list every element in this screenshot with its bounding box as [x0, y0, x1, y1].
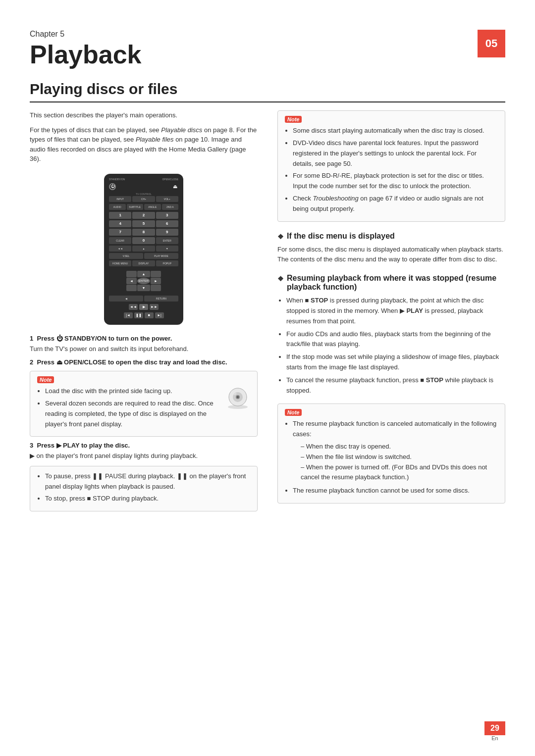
- dpad-right[interactable]: ►: [151, 278, 161, 284]
- num-9[interactable]: 9: [156, 229, 178, 236]
- dpad-enter[interactable]: ENTER: [137, 278, 150, 284]
- right-note-list: Some discs start playing automatically w…: [285, 126, 498, 214]
- note-2-item-1: To pause, press ❚❚ PAUSE during playback…: [45, 471, 250, 492]
- num-6[interactable]: 6: [156, 220, 178, 227]
- stop-btn[interactable]: ■: [145, 312, 154, 318]
- secondary-audio-btn[interactable]: 2ND A: [162, 204, 179, 210]
- num-5[interactable]: 5: [132, 220, 155, 227]
- intro-line1: This section describes the player's main…: [30, 110, 258, 120]
- dpad-empty-bl: [126, 285, 137, 291]
- prev-btn[interactable]: ◀: [109, 296, 143, 302]
- note-3-dash-1: When the disc tray is opened.: [301, 442, 498, 452]
- step-1-heading: 1 Press ⏻ STANDBY/ON to turn on the powe…: [30, 335, 258, 342]
- note-1-item-2: Several dozen seconds are required to re…: [45, 399, 220, 429]
- num-8[interactable]: 8: [132, 229, 155, 236]
- note-3-dash-list: When the disc tray is opened. When the f…: [293, 442, 498, 483]
- video-select-btn[interactable]: V.SEL: [109, 253, 143, 259]
- subtitle-btn[interactable]: SUBTITLE: [127, 204, 144, 210]
- note-3-dash-3: When the power is turned off. (For BDs a…: [301, 462, 498, 483]
- step-3-heading: 3 Press ▶ PLAY to play the disc.: [30, 442, 258, 449]
- eject-button[interactable]: ⏏: [171, 183, 178, 190]
- tv-control-btn2[interactable]: CH+: [132, 196, 155, 202]
- note-3-dash-2: When the file list window is switched.: [301, 452, 498, 462]
- secondary-btn[interactable]: ◄◄: [109, 246, 131, 252]
- resume-item-1: When ■ STOP is pressed during playback, …: [286, 296, 505, 326]
- fwd-btn[interactable]: ►►: [150, 304, 159, 310]
- right-note-icon: Note: [285, 116, 302, 123]
- step-2-heading: 2 Press ⏏ OPEN/CLOSE to open the disc tr…: [30, 358, 258, 366]
- prev-track-btn[interactable]: |◄: [124, 312, 133, 318]
- popup-btn[interactable]: POPUP: [156, 260, 178, 266]
- resume-item-4: To cancel the resume playback function, …: [286, 375, 505, 396]
- pause-btn[interactable]: ❚❚: [134, 312, 143, 318]
- dpad-down[interactable]: ▼: [137, 285, 150, 291]
- step-3: 3 Press ▶ PLAY to play the disc. ▶ on th…: [30, 442, 258, 461]
- note-1-item-1: Load the disc with the printed side faci…: [45, 386, 220, 397]
- page-lang: En: [491, 735, 498, 741]
- diamond-icon-1: ❖: [277, 233, 284, 241]
- step-2: 2 Press ⏏ OPEN/CLOSE to open the disc tr…: [30, 358, 258, 366]
- note-2-list: To pause, press ❚❚ PAUSE during playback…: [37, 471, 250, 504]
- note-1-list: Load the disc with the printed side faci…: [37, 386, 220, 431]
- angle-btn[interactable]: ANGLE: [144, 204, 161, 210]
- play-btn[interactable]: ▶: [139, 304, 148, 310]
- svg-point-4: [237, 396, 239, 398]
- output-btn[interactable]: ▲: [132, 246, 155, 252]
- right-note-box: Note Some discs start playing automatica…: [277, 110, 505, 221]
- intro-line2: For the types of discs that can be playe…: [30, 125, 258, 164]
- clear-btn[interactable]: CLEAR: [109, 237, 131, 244]
- num-0[interactable]: 0: [132, 237, 155, 244]
- home-menu-btn[interactable]: HOME MENU: [109, 260, 131, 266]
- diamond-icon-2: ❖: [277, 275, 284, 283]
- note-1-icon: Note: [37, 376, 54, 383]
- display-btn[interactable]: DISPLAY: [132, 260, 155, 266]
- right-note-item-4: Check Troubleshooting on page 67 if vide…: [293, 194, 498, 214]
- return-btn[interactable]: RETURN: [144, 296, 178, 302]
- num-4[interactable]: 4: [109, 220, 131, 227]
- note-3-extra-item: The resume playback function cannot be u…: [293, 486, 498, 496]
- tv-control-btn3[interactable]: VOL+: [156, 196, 178, 202]
- page-number-block: 29 En: [484, 721, 505, 741]
- disc-menu-body: For some discs, the disc menu is display…: [277, 245, 505, 265]
- step-3-body: ▶ on the player's front panel display li…: [30, 451, 258, 461]
- resume-heading: ❖ Resuming playback from where it was st…: [277, 274, 505, 292]
- num-7[interactable]: 7: [109, 229, 131, 236]
- num-3[interactable]: 3: [156, 212, 178, 219]
- note-box-2: To pause, press ❚❚ PAUSE during playback…: [30, 466, 258, 511]
- rew-btn[interactable]: ◄◄: [129, 304, 138, 310]
- disc-menu-heading: ❖ If the disc menu is displayed: [277, 232, 505, 241]
- chapter-title: Playback: [30, 41, 505, 69]
- note-3-intro: The resume playback function is canceled…: [293, 419, 498, 440]
- right-note-item-2: DVD-Video discs have parental lock featu…: [293, 138, 498, 169]
- audio-btn[interactable]: AUDIO: [109, 204, 126, 210]
- play-mode-btn[interactable]: PLAY MODE: [144, 253, 178, 259]
- resume-item-3: If the stop mode was set while playing a…: [286, 352, 505, 373]
- num-1[interactable]: 1: [109, 212, 131, 219]
- section-title: Playing discs or files: [30, 81, 505, 102]
- chapter-label: Chapter 5: [30, 30, 505, 39]
- dpad-empty-tl: [126, 271, 137, 277]
- resume-list: When ■ STOP is pressed during playback, …: [277, 296, 505, 396]
- note-3-icon: Note: [285, 409, 302, 416]
- tv-control-btn1[interactable]: INPUT: [109, 196, 131, 202]
- power-button[interactable]: ⏻: [109, 183, 116, 190]
- dpad-left[interactable]: ◄: [126, 278, 137, 284]
- dpad-up[interactable]: ▲: [137, 271, 150, 277]
- dpad-empty-br: [151, 285, 161, 291]
- note-box-3: Note The resume playback function is can…: [277, 403, 505, 504]
- right-note-item-3: For some BD-R/-RE, playback protection i…: [293, 171, 498, 192]
- note-3-list: The resume playback function is canceled…: [285, 419, 498, 440]
- pip-btn[interactable]: ▼: [156, 246, 178, 252]
- disc-icon: [225, 386, 250, 411]
- dpad[interactable]: ▲ ◄ ENTER ► ▼: [126, 271, 161, 291]
- num-2[interactable]: 2: [132, 212, 155, 219]
- note-3-title: Note: [285, 409, 498, 416]
- page-number: 29: [484, 721, 505, 735]
- right-note-title: Note: [285, 116, 498, 123]
- right-note-item-1: Some discs start playing automatically w…: [293, 126, 498, 136]
- next-track-btn[interactable]: ►|: [155, 312, 164, 318]
- page-container: 05 Chapter 5 Playback Playing discs or f…: [0, 0, 535, 756]
- resume-item-2: For audio CDs and audio files, playback …: [286, 329, 505, 350]
- enter-btn[interactable]: ENTER: [156, 237, 178, 244]
- left-column: This section describes the player's main…: [30, 110, 258, 516]
